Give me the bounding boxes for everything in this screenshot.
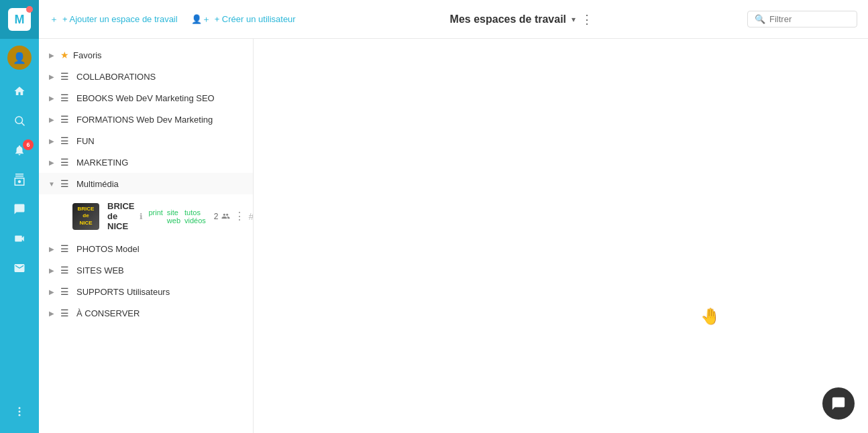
list-icon: ☰ (60, 135, 72, 146)
star-icon: ★ (60, 50, 69, 60)
sidebar-item-multimedia[interactable]: ▼ ☰ Multimédia (39, 173, 253, 194)
nav-label-a-conserver: À CONSERVER (76, 308, 140, 318)
nav-label-favoris: Favoris (73, 50, 102, 60)
sidebar-item-formations[interactable]: ▶ ☰ FORMATIONS Web Dev Marketing (39, 109, 253, 130)
sidebar-chat-icon[interactable] (0, 194, 39, 224)
nav-label-supports: SUPPORTS Utilisateurs (76, 287, 170, 297)
list-icon: ☰ (60, 114, 72, 125)
nav-label-photos: PHOTOS Model (76, 244, 140, 254)
search-input[interactable] (769, 14, 850, 24)
notification-badge: 6 (23, 139, 34, 150)
workspace-more-icon[interactable]: ⋮ (234, 210, 245, 223)
nav-label-collaborations: COLLABORATIONS (76, 72, 156, 82)
workspace-name: BRICE de NICE (107, 201, 134, 231)
tag-site-web: site web (167, 208, 180, 225)
svg-point-2 (19, 407, 21, 409)
title-chevron-icon[interactable]: ▾ (572, 15, 576, 24)
search-icon: 🔍 (755, 14, 765, 24)
cursor-indicator: 🤚 (700, 307, 720, 326)
header-center: Mes espaces de travail ▾ ⋮ (309, 12, 734, 27)
list-icon: ☰ (60, 157, 72, 168)
nav-label-ebooks: EBOOKS Web DeV Marketing SEO (76, 93, 215, 103)
nav-label-sites-web: SITES WEB (76, 265, 124, 275)
sidebar-item-marketing[interactable]: ▶ ☰ MARKETING (39, 151, 253, 173)
search-box[interactable]: 🔍 (747, 11, 857, 27)
arrow-down-icon: ▼ (47, 180, 56, 188)
members-number: 2 (214, 212, 219, 221)
sidebar-item-a-conserver[interactable]: ▶ ☰ À CONSERVER (39, 302, 253, 324)
hash-icon[interactable]: # (249, 210, 254, 222)
tag-tutos: tutos vidéos (184, 208, 206, 225)
svg-point-0 (15, 117, 23, 124)
logo-text: M (15, 13, 25, 27)
nav-sidebar: ▶ ★ Favoris ▶ ☰ COLLABORATIONS ▶ ☰ EBOOK… (39, 39, 254, 433)
arrow-icon: ▶ (47, 267, 56, 274)
avatar-initials: 👤 (13, 52, 26, 64)
logo-box: M (8, 8, 31, 31)
workspace-thumbnail: BRICEdeNICE (72, 203, 99, 230)
arrow-icon: ▶ (47, 116, 56, 123)
svg-line-1 (21, 123, 24, 125)
content-area: ▶ ★ Favoris ▶ ☰ COLLABORATIONS ▶ ☰ EBOOK… (39, 39, 868, 433)
workspace-tags: print site web tutos vidéos (148, 208, 205, 225)
sidebar-contacts-icon[interactable] (0, 165, 39, 194)
thumb-image: BRICEdeNICE (72, 203, 99, 230)
svg-point-3 (19, 411, 21, 413)
workspace-action-icons: # ✓ (249, 210, 254, 223)
list-icon: ☰ (60, 178, 72, 189)
sidebar-item-favoris[interactable]: ▶ ★ Favoris (39, 44, 253, 66)
members-count: 2 (214, 212, 230, 221)
left-sidebar: M 👤 6 (0, 0, 39, 433)
sidebar-search-icon[interactable] (0, 106, 39, 135)
sidebar-item-ebooks[interactable]: ▶ ☰ EBOOKS Web DeV Marketing SEO (39, 87, 253, 109)
arrow-icon: ▶ (47, 288, 56, 296)
create-user-button[interactable]: 👤＋ + Créer un utilisateur (191, 13, 296, 25)
create-user-label: + Créer un utilisateur (215, 14, 296, 24)
workspace-main-area: 🤚 (254, 39, 868, 433)
arrow-icon: ▶ (47, 52, 56, 59)
sidebar-more-icon[interactable] (0, 397, 39, 426)
sidebar-video-icon[interactable] (0, 224, 39, 253)
workspace-item-brice[interactable]: BRICEdeNICE BRICE de NICE ℹ print site w… (39, 194, 253, 238)
app-logo[interactable]: M (0, 0, 39, 39)
sidebar-item-sites-web[interactable]: ▶ ☰ SITES WEB (39, 259, 253, 281)
svg-point-4 (19, 414, 21, 416)
nav-label-formations: FORMATIONS Web Dev Marketing (76, 115, 213, 125)
nav-label-multimedia: Multimédia (76, 179, 119, 189)
list-icon: ☰ (60, 243, 72, 254)
sidebar-item-photos[interactable]: ▶ ☰ PHOTOS Model (39, 238, 253, 259)
arrow-icon: ▶ (47, 137, 56, 145)
arrow-icon: ▶ (47, 95, 56, 102)
list-icon: ☰ (60, 265, 72, 275)
sidebar-home-icon[interactable] (0, 76, 39, 106)
add-workspace-label: + Ajouter un espace de travail (62, 14, 178, 24)
add-icon: ＋ (50, 13, 58, 25)
arrow-icon: ▶ (47, 159, 56, 166)
arrow-icon: ▶ (47, 73, 56, 80)
add-workspace-button[interactable]: ＋ + Ajouter un espace de travail (50, 13, 178, 25)
sidebar-bell-icon[interactable]: 6 (0, 135, 39, 165)
page-title: Mes espaces de travail (450, 13, 566, 25)
sidebar-item-fun[interactable]: ▶ ☰ FUN (39, 130, 253, 151)
header-more-icon[interactable]: ⋮ (581, 12, 593, 27)
header-actions: ＋ + Ajouter un espace de travail 👤＋ + Cr… (50, 13, 296, 25)
chat-support-button[interactable] (822, 387, 855, 420)
nav-label-marketing: MARKETING (76, 158, 128, 168)
sidebar-item-collaborations[interactable]: ▶ ☰ COLLABORATIONS (39, 66, 253, 87)
user-plus-icon: 👤＋ (191, 13, 211, 25)
info-icon[interactable]: ℹ (140, 212, 143, 221)
arrow-icon: ▶ (47, 310, 56, 317)
nav-label-fun: FUN (76, 136, 95, 146)
sidebar-item-supports[interactable]: ▶ ☰ SUPPORTS Utilisateurs (39, 281, 253, 302)
sidebar-mail-icon[interactable] (0, 253, 39, 283)
arrow-icon: ▶ (47, 245, 56, 253)
workspace-info: BRICE de NICE ℹ print site web tutos vid… (107, 201, 206, 231)
header: ＋ + Ajouter un espace de travail 👤＋ + Cr… (39, 0, 868, 39)
sidebar-bottom (0, 397, 39, 433)
main-content: ＋ + Ajouter un espace de travail 👤＋ + Cr… (39, 0, 868, 433)
avatar[interactable]: 👤 (7, 46, 32, 70)
list-icon: ☰ (60, 308, 72, 318)
list-icon: ☰ (60, 286, 72, 297)
tag-print: print (148, 208, 162, 225)
workspace-actions: 2 ⋮ # ✓ (214, 210, 254, 223)
